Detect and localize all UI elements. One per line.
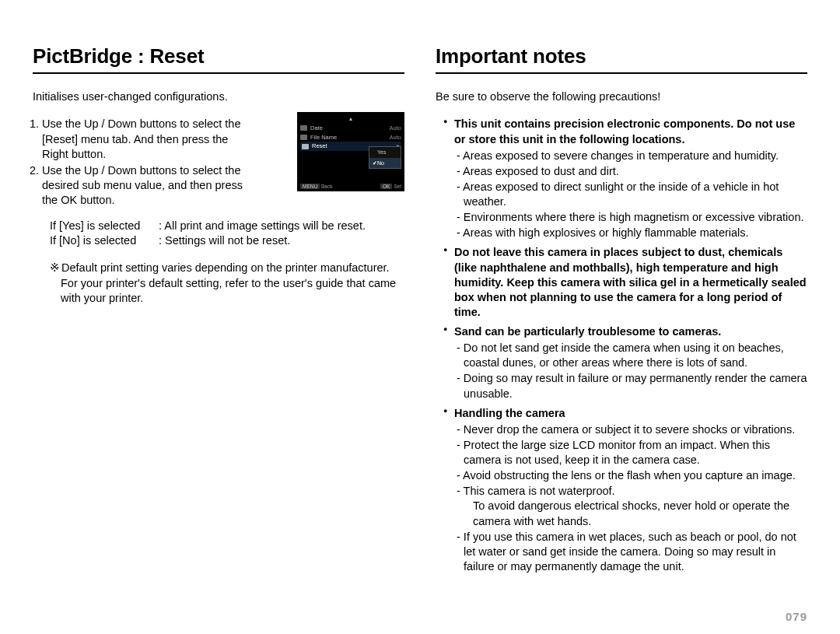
lcd-back-label: Back [321, 184, 332, 189]
list-item: If you use this camera in wet places, su… [454, 530, 807, 574]
lcd-reset-popup: Yes ✔No [369, 146, 401, 168]
list-item: Areas exposed to severe changes in tempe… [454, 149, 807, 163]
left-intro: Initialises user-changed configurations. [33, 89, 404, 104]
if-no-result: : Settings will not be reset. [159, 233, 290, 248]
if-selected-table: If [Yes] is selected : All print and ima… [50, 219, 404, 248]
steps-with-lcd: ▴ Date Auto File Name Auto Reset ▸ [33, 117, 404, 208]
step-2: Use the Up / Down buttons to select the … [42, 163, 244, 208]
list-item: Never drop the camera or subject it to s… [454, 422, 807, 437]
if-yes-result: : All print and image settings will be r… [159, 219, 366, 233]
list-item: Protect the large size LCD monitor from … [454, 438, 807, 468]
lcd-footer: MENU Back OK Set [300, 184, 401, 190]
precautions-list: This unit contains precision electronic … [443, 117, 807, 574]
page-number: 079 [786, 609, 807, 625]
right-column: Important notes Be sure to observe the f… [436, 43, 807, 634]
lcd-date-value: Auto [390, 124, 401, 132]
heading-rule [436, 72, 807, 74]
if-yes-row: If [Yes] is selected : All print and ima… [50, 219, 404, 233]
left-column: PictBridge : Reset Initialises user-chan… [33, 43, 404, 634]
heading-rule [33, 72, 404, 74]
right-heading: Important notes [436, 43, 807, 69]
date-icon [300, 125, 307, 131]
section-precision: This unit contains precision electronic … [443, 117, 807, 240]
list-item: Environments where there is high magneti… [454, 210, 807, 225]
list-item: Do not let sand get inside the camera wh… [454, 341, 807, 370]
filename-icon [300, 135, 307, 140]
list-item: Areas exposed to direct sunlight or the … [454, 180, 807, 209]
lcd-set-label: Set [394, 184, 401, 189]
section-sand-lead: Sand can be particularly troublesome to … [454, 325, 721, 338]
camera-lcd-screenshot: ▴ Date Auto File Name Auto Reset ▸ [297, 112, 404, 191]
section-handling-items: Never drop the camera or subject it to s… [454, 422, 807, 574]
list-item: Areas with high explosives or highly fla… [454, 226, 807, 240]
lcd-option-no: ✔No [369, 158, 401, 168]
reset-icon [302, 144, 309, 149]
default-note: ※ Default print setting varies depending… [50, 261, 404, 305]
list-item: Areas exposed to dust and dirt. [454, 164, 807, 179]
section-handling: Handling the camera Never drop the camer… [443, 406, 807, 574]
section-storage: Do not leave this camera in places subje… [443, 245, 807, 320]
lcd-row-date: Date Auto [300, 124, 401, 133]
lcd-date-label: Date [310, 124, 387, 132]
lcd-row-filename: File Name Auto [300, 133, 401, 142]
list-item: Doing so may result in failure or may pe… [454, 371, 807, 401]
left-heading: PictBridge : Reset [33, 43, 404, 69]
list-item: This camera is not waterproof.To avoid d… [454, 484, 807, 528]
step-1: Use the Up / Down buttons to select the … [42, 117, 244, 161]
lcd-option-yes: Yes [369, 147, 401, 157]
reference-mark-icon: ※ [50, 261, 58, 274]
section-sand-items: Do not let sand get inside the camera wh… [454, 341, 807, 401]
caret-up-icon: ▴ [300, 115, 401, 123]
right-intro: Be sure to observe the following precaut… [436, 89, 807, 104]
section-sand: Sand can be particularly troublesome to … [443, 324, 807, 401]
default-note-text: Default print setting varies depending o… [61, 261, 396, 303]
if-no-row: If [No] is selected : Settings will not … [50, 233, 404, 248]
lcd-filename-value: Auto [390, 134, 401, 142]
lcd-filename-label: File Name [310, 134, 387, 142]
if-yes-cond: If [Yes] is selected [50, 219, 159, 233]
section-handling-lead: Handling the camera [454, 407, 565, 419]
section-storage-lead: Do not leave this camera in places subje… [454, 246, 807, 318]
manual-page: PictBridge : Reset Initialises user-chan… [0, 0, 840, 634]
list-item: Avoid obstructing the lens or the flash … [454, 468, 807, 483]
lcd-back-btn-icon: MENU [300, 184, 320, 189]
lcd-set-btn-icon: OK [380, 184, 392, 189]
if-no-cond: If [No] is selected [50, 233, 159, 248]
section-precision-lead: This unit contains precision electronic … [454, 117, 795, 145]
section-precision-items: Areas exposed to severe changes in tempe… [454, 149, 807, 241]
